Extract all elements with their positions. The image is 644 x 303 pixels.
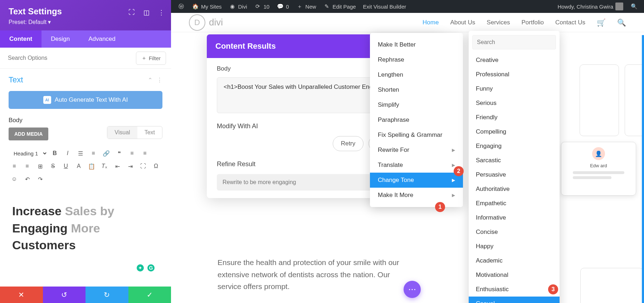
howdy-user[interactable]: Howdy, Christina Gwira — [554, 3, 627, 10]
bullet-list-icon[interactable]: ☰ — [75, 148, 86, 159]
improve-menu-item[interactable]: Make It More▶ — [370, 188, 463, 203]
tab-content[interactable]: Content — [0, 30, 42, 48]
text-section-header[interactable]: Text ⌃⋮ — [0, 69, 171, 87]
tone-menu-item[interactable]: Casual — [469, 297, 560, 303]
align-left-icon[interactable]: ≡ — [126, 148, 138, 159]
emoji-icon[interactable]: ☺ — [9, 173, 20, 185]
tone-menu-item[interactable]: Authoritative — [469, 182, 560, 196]
tone-menu-item[interactable]: Compelling — [469, 125, 560, 139]
admin-search[interactable]: 🔍 — [627, 3, 641, 10]
strike-icon[interactable]: S — [47, 160, 59, 172]
bold-icon[interactable]: B — [49, 148, 60, 159]
special-char-icon[interactable]: Ω — [150, 160, 162, 172]
tone-menu-item[interactable]: Empathetic — [469, 196, 560, 211]
italic-icon[interactable]: I — [62, 148, 73, 159]
retry-button[interactable]: Retry — [333, 136, 364, 151]
improve-menu-item[interactable]: Rephrase — [370, 52, 463, 67]
edit-page-link[interactable]: ✎Edit Page — [320, 3, 360, 10]
nav-portfolio[interactable]: Portfolio — [522, 19, 544, 26]
text-color-icon[interactable]: A — [73, 160, 84, 172]
fullscreen-icon[interactable]: ⛶ — [137, 160, 149, 172]
tone-menu-item[interactable]: Motivational — [469, 268, 560, 282]
tone-menu-item[interactable]: Enthusiastic — [469, 282, 560, 297]
indent-left-icon[interactable]: ⇤ — [112, 160, 123, 172]
grammarly-widget[interactable]: ✦ G — [136, 264, 155, 272]
auto-generate-button[interactable]: AI Auto Generate Text With AI — [9, 91, 162, 109]
improve-menu-item[interactable]: Lengthen — [370, 67, 463, 82]
new-link[interactable]: ＋New — [293, 3, 320, 10]
improve-menu-item[interactable]: Paraphrase — [370, 112, 463, 128]
improve-menu-item[interactable]: Make It Better — [370, 37, 463, 52]
tone-menu-item[interactable]: Concise — [469, 225, 560, 239]
tone-menu-item[interactable]: Happy — [469, 239, 560, 254]
improve-menu-item[interactable]: Simplify — [370, 97, 463, 112]
improve-menu-item[interactable]: Fix Spelling & Grammar — [370, 128, 463, 143]
nav-contact[interactable]: Contact Us — [555, 19, 585, 26]
tone-menu-item[interactable]: Friendly — [469, 110, 560, 125]
updates-link[interactable]: ⟳10 — [251, 3, 273, 10]
save-button[interactable]: ✓ — [128, 287, 171, 303]
tone-menu-item[interactable]: Sarcastic — [469, 153, 560, 168]
improve-menu-item[interactable]: Change Tone▶ — [370, 173, 463, 188]
tab-advanced[interactable]: Advanced — [79, 30, 125, 48]
panel-icon[interactable]: ◫ — [143, 9, 150, 16]
redo-button[interactable]: ↻ — [86, 287, 128, 303]
heading-select[interactable]: Heading 1 — [9, 148, 48, 159]
improve-menu-item[interactable]: Shorten — [370, 82, 463, 97]
tone-menu-item[interactable]: Informative — [469, 211, 560, 225]
paste-icon[interactable]: 📋 — [86, 160, 97, 172]
tone-menu-item[interactable]: Persuasive — [469, 168, 560, 182]
tone-menu-item[interactable]: Academic — [469, 254, 560, 268]
preset-selector[interactable]: Preset: Default ▾ — [9, 19, 162, 25]
my-sites-link[interactable]: 🏠My Sites — [188, 3, 225, 10]
cart-icon[interactable]: 🛒 — [597, 18, 606, 27]
tab-design[interactable]: Design — [42, 30, 79, 48]
more-icon[interactable]: ⋮ — [158, 9, 165, 16]
clear-format-icon[interactable]: Tₓ — [99, 160, 110, 172]
improve-menu-item[interactable]: Translate▶ — [370, 158, 463, 173]
builder-fab[interactable]: ⋯ — [404, 281, 421, 298]
undo-icon[interactable]: ↶ — [21, 173, 33, 185]
refine-input[interactable] — [217, 174, 380, 191]
expand-icon[interactable]: ⛶ — [128, 9, 135, 16]
tone-search-input[interactable] — [472, 35, 556, 49]
site-logo[interactable]: D — [189, 14, 205, 31]
section-more-icon[interactable]: ⋮ — [157, 77, 162, 83]
tone-menu-item[interactable]: Professional — [469, 67, 560, 82]
number-list-icon[interactable]: ≡ — [88, 148, 99, 159]
align-justify-icon[interactable]: ≡ — [21, 160, 33, 172]
underline-icon[interactable]: U — [60, 160, 72, 172]
quote-icon[interactable]: ❝ — [113, 148, 125, 159]
divi-link[interactable]: ◉Divi — [225, 3, 251, 10]
tone-menu-item[interactable]: Serious — [469, 96, 560, 110]
editor-tab-visual[interactable]: Visual — [107, 126, 137, 139]
comments-link[interactable]: 💬0 — [273, 3, 292, 10]
table-icon[interactable]: ⊞ — [34, 160, 46, 172]
nav-home[interactable]: Home — [423, 19, 439, 26]
wp-logo[interactable]: ⓦ — [174, 3, 188, 10]
filter-button[interactable]: ＋Filter — [136, 52, 166, 65]
nav-services[interactable]: Services — [487, 19, 510, 26]
exit-builder-link[interactable]: Exit Visual Builder — [360, 4, 410, 10]
improve-menu-item[interactable]: Rewrite For▶ — [370, 143, 463, 158]
editor-content[interactable]: Increase Sales by Engaging More Customer… — [9, 196, 162, 261]
search-icon[interactable]: 🔍 — [617, 18, 626, 27]
align-right-icon[interactable]: ≡ — [9, 160, 20, 172]
cancel-button[interactable]: ✕ — [0, 287, 43, 303]
align-center-icon[interactable]: ≡ — [139, 148, 151, 159]
annotation-marker-3: 3 — [548, 284, 558, 294]
link-icon[interactable]: 🔗 — [101, 148, 112, 159]
search-options-input[interactable] — [5, 51, 136, 65]
collapse-icon[interactable]: ⌃ — [148, 77, 152, 83]
wp-admin-bar: ⓦ 🏠My Sites ◉Divi ⟳10 💬0 ＋New ✎Edit Page… — [171, 0, 644, 13]
tone-menu-item[interactable]: Creative — [469, 53, 560, 67]
tone-submenu: CreativeProfessionalFunnySeriousFriendly… — [469, 31, 560, 303]
editor-tab-text[interactable]: Text — [137, 126, 162, 139]
tone-menu-item[interactable]: Funny — [469, 82, 560, 96]
nav-about[interactable]: About Us — [450, 19, 475, 26]
add-media-button[interactable]: ADD MEDIA — [9, 128, 48, 140]
undo-button[interactable]: ↺ — [43, 287, 86, 303]
tone-menu-item[interactable]: Engaging — [469, 139, 560, 153]
indent-right-icon[interactable]: ⇥ — [125, 160, 136, 172]
redo-icon[interactable]: ↷ — [34, 173, 46, 185]
